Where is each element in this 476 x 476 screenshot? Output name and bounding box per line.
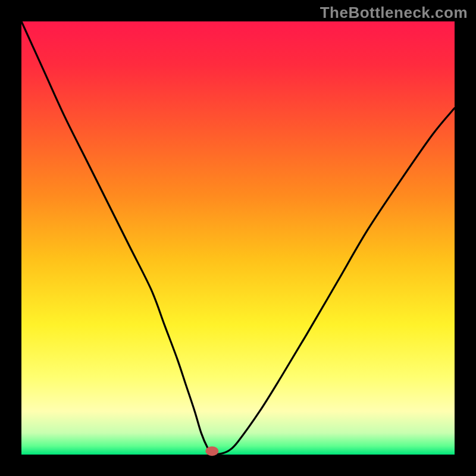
plot-area — [21, 21, 455, 455]
watermark-text: TheBottleneck.com — [320, 4, 468, 22]
bottleneck-chart — [0, 0, 476, 476]
optimal-marker — [205, 446, 218, 456]
chart-container: TheBottleneck.com — [0, 0, 476, 476]
